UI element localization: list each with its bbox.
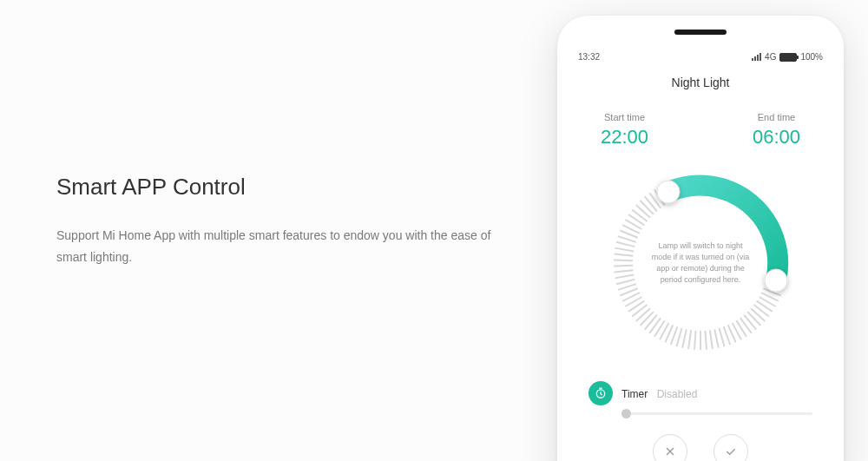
confirm-button[interactable] [713, 434, 748, 461]
start-time-block[interactable]: Start time 22:00 [601, 112, 648, 148]
svg-line-72 [618, 236, 636, 242]
timer-label: Timer [621, 388, 648, 400]
svg-line-63 [618, 284, 636, 290]
phone-mockup: 13:32 4G 100% Night Light Start time 22:… [557, 16, 844, 461]
svg-line-44 [705, 331, 707, 350]
svg-line-65 [615, 275, 635, 279]
end-time-block[interactable]: End time 06:00 [753, 112, 800, 148]
svg-line-71 [616, 242, 635, 247]
headline: Smart APP Control [56, 174, 538, 201]
time-row: Start time 22:00 End time 06:00 [566, 112, 835, 148]
phone-earpiece [674, 30, 727, 35]
status-time: 13:32 [578, 52, 600, 62]
svg-line-64 [616, 280, 635, 284]
dial-end-handle[interactable] [765, 269, 787, 292]
start-time-label: Start time [601, 112, 648, 122]
svg-line-34 [747, 312, 760, 326]
svg-line-78 [636, 205, 650, 218]
svg-line-55 [645, 315, 657, 330]
svg-line-56 [641, 312, 654, 326]
svg-line-35 [744, 315, 756, 330]
svg-line-80 [645, 196, 657, 211]
svg-line-33 [751, 308, 765, 321]
svg-line-43 [710, 330, 713, 349]
end-time-value: 06:00 [753, 126, 800, 148]
svg-line-66 [615, 270, 634, 272]
timer-slider-knob[interactable] [621, 409, 631, 418]
marketing-panel: Smart APP Control Support Mi Home App wi… [0, 0, 538, 461]
cancel-button[interactable] [653, 434, 687, 461]
check-icon [724, 445, 738, 458]
svg-line-77 [632, 209, 647, 221]
phone-frame: 13:32 4G 100% Night Light Start time 22:… [557, 16, 844, 461]
battery-icon [779, 53, 797, 62]
svg-line-42 [714, 329, 719, 348]
svg-line-79 [641, 201, 654, 214]
svg-line-58 [632, 305, 647, 317]
end-time-label: End time [753, 112, 800, 122]
svg-line-32 [753, 305, 768, 317]
svg-line-48 [682, 329, 687, 348]
close-icon [663, 445, 677, 458]
svg-line-47 [688, 330, 691, 349]
status-right: 4G 100% [752, 52, 823, 62]
dial-description: Lamp will switch to night mode if it was… [648, 240, 753, 286]
svg-line-49 [676, 328, 681, 346]
battery-label: 100% [800, 52, 823, 62]
svg-line-70 [615, 248, 635, 252]
page-title: Night Light [566, 76, 835, 89]
dial-start-handle[interactable] [657, 181, 680, 203]
signal-icon [752, 53, 761, 61]
start-time-value: 22:00 [601, 126, 648, 148]
timer-slider[interactable] [621, 412, 812, 415]
svg-line-41 [719, 328, 724, 346]
svg-line-67 [614, 266, 633, 267]
timer-row[interactable]: Timer Disabled [566, 381, 835, 405]
description: Support Mi Home App with multiple smart … [56, 225, 508, 268]
phone-screen: 13:32 4G 100% Night Light Start time 22:… [566, 24, 835, 461]
svg-line-69 [615, 254, 634, 256]
svg-line-68 [614, 260, 633, 261]
svg-line-57 [636, 308, 650, 321]
time-range-dial[interactable]: Lamp will switch to night mode if it was… [605, 168, 796, 359]
timer-status: Disabled [657, 388, 698, 400]
bottom-actions [566, 434, 835, 461]
timer-icon [589, 381, 613, 405]
svg-line-46 [694, 331, 696, 350]
timer-label-group: Timer Disabled [621, 385, 697, 401]
network-label: 4G [765, 52, 776, 62]
status-bar: 13:32 4G 100% [566, 43, 835, 65]
